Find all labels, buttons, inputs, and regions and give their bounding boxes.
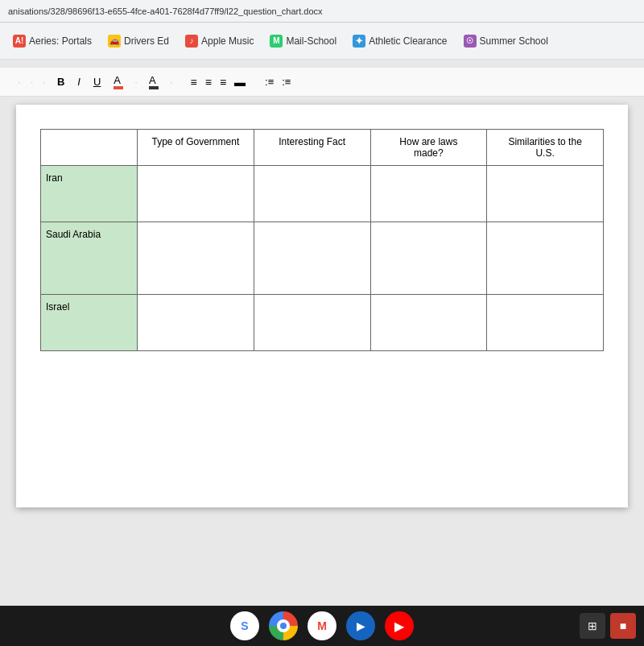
toolbar-dash2: ·	[170, 76, 173, 88]
data-cell-saudi-fact[interactable]	[254, 222, 370, 295]
toolbar-dot-1: ·	[18, 76, 21, 88]
data-cell-iran-fact[interactable]	[254, 166, 370, 222]
bookmark-summer-school[interactable]: ☉ Summer School	[457, 31, 555, 51]
country-cell-saudi-arabia: Saudi Arabia	[41, 222, 138, 295]
toolbar-dot-3: ·	[43, 76, 46, 88]
bookmark-drivers-ed[interactable]: 🚗 Drivers Ed	[101, 31, 175, 51]
highlight-indicator	[149, 86, 159, 89]
gmail-icon[interactable]: M	[308, 611, 336, 640]
taskbar-right: ⊞ ■	[580, 613, 636, 639]
country-cell-israel: Israel	[41, 295, 138, 351]
table-row-iran: Iran	[41, 166, 604, 222]
unordered-list-button[interactable]: :≡	[279, 74, 294, 89]
bookmark-aeries-portals[interactable]: A! Aeries: Portals	[6, 31, 98, 51]
bookmark-athletic-clearance[interactable]: ✦ Athletic Clearance	[346, 31, 453, 51]
data-cell-iran-gov[interactable]	[138, 166, 254, 222]
font-color-indicator	[114, 86, 123, 89]
athletic-clearance-label: Athletic Clearance	[369, 35, 447, 47]
launcher-icon[interactable]: S	[230, 611, 259, 640]
align-group: ≡ ≡ ≡ ▬	[188, 74, 250, 90]
highlight-label: A	[149, 74, 156, 86]
mail-school-label: Mail-School	[286, 35, 336, 47]
data-cell-israel-gov[interactable]	[138, 295, 254, 351]
chrome-icon[interactable]	[269, 611, 298, 640]
apple-music-label: Apple Music	[201, 35, 254, 47]
header-interesting-fact: Interesting Fact	[254, 130, 370, 166]
apple-music-icon: ♪	[185, 35, 198, 48]
data-cell-iran-sim[interactable]	[487, 166, 604, 222]
bookmark-mail-school[interactable]: M Mail-School	[263, 31, 343, 51]
main-table: Type of Government Interesting Fact How …	[40, 129, 604, 351]
bookmarks-bar: A! Aeries: Portals 🚗 Drivers Ed ♪ Apple …	[0, 23, 644, 60]
data-cell-israel-laws[interactable]	[370, 295, 487, 351]
header-cell-empty	[41, 130, 138, 166]
data-cell-saudi-sim[interactable]	[487, 222, 604, 295]
font-color-label: A	[114, 74, 121, 86]
meet-icon[interactable]: ▶	[346, 611, 375, 640]
highlight-button[interactable]: A	[146, 72, 162, 91]
data-cell-saudi-laws[interactable]	[370, 222, 487, 295]
youtube-icon[interactable]: ▶	[385, 611, 414, 640]
summer-school-label: Summer School	[480, 35, 548, 47]
toolbar-dot-2: ·	[31, 76, 34, 88]
table-header-row: Type of Government Interesting Fact How …	[41, 130, 604, 166]
data-cell-iran-laws[interactable]	[370, 166, 487, 222]
align-justify-button[interactable]: ▬	[231, 74, 249, 90]
document-page: Type of Government Interesting Fact How …	[16, 105, 628, 507]
list-group: :≡ :≡	[262, 74, 294, 89]
drivers-ed-label: Drivers Ed	[124, 35, 169, 47]
document-toolbar: · · · B I U A · A · ≡ ≡ ≡ ▬ :≡ :≡	[0, 68, 644, 97]
data-cell-saudi-gov[interactable]	[138, 222, 254, 295]
data-cell-israel-sim[interactable]	[487, 295, 604, 351]
toolbar-dash: ·	[134, 76, 138, 88]
table-row-israel: Israel	[41, 295, 604, 351]
address-bar: anisations/328/98696f13-e655-4fce-a401-7…	[0, 0, 644, 23]
header-similarities: Similarities to theU.S.	[487, 130, 604, 166]
table-row-saudi-arabia: Saudi Arabia	[41, 222, 604, 295]
bookmark-apple-music[interactable]: ♪ Apple Music	[179, 31, 260, 51]
font-color-button[interactable]: A	[110, 72, 126, 91]
url-text[interactable]: anisations/328/98696f13-e655-4fce-a401-7…	[8, 6, 323, 16]
athletic-clearance-icon: ✦	[353, 35, 365, 48]
ordered-list-button[interactable]: :≡	[262, 74, 277, 89]
aeries-icon: A!	[13, 35, 26, 48]
header-type-of-government: Type of Government	[138, 130, 254, 166]
document-area: · · · B I U A · A · ≡ ≡ ≡ ▬ :≡ :≡	[0, 60, 644, 606]
screenshot-icon[interactable]: ⊞	[580, 613, 605, 639]
bold-button[interactable]: B	[54, 74, 68, 89]
data-cell-israel-fact[interactable]	[254, 295, 370, 351]
align-right-button[interactable]: ≡	[217, 74, 229, 90]
align-left-button[interactable]: ≡	[188, 74, 200, 90]
close-icon[interactable]: ■	[610, 613, 636, 639]
country-cell-iran: Iran	[41, 166, 138, 222]
drivers-ed-icon: 🚗	[108, 35, 121, 48]
header-how-laws-made: How are lawsmade?	[370, 130, 487, 166]
mail-school-icon: M	[270, 35, 283, 48]
italic-button[interactable]: I	[74, 74, 84, 89]
taskbar: S M ▶ ▶ ⊞ ■	[0, 606, 644, 646]
align-center-button[interactable]: ≡	[202, 74, 215, 90]
aeries-label: Aeries: Portals	[29, 35, 92, 47]
underline-button[interactable]: U	[90, 74, 104, 89]
summer-school-icon: ☉	[464, 35, 477, 48]
